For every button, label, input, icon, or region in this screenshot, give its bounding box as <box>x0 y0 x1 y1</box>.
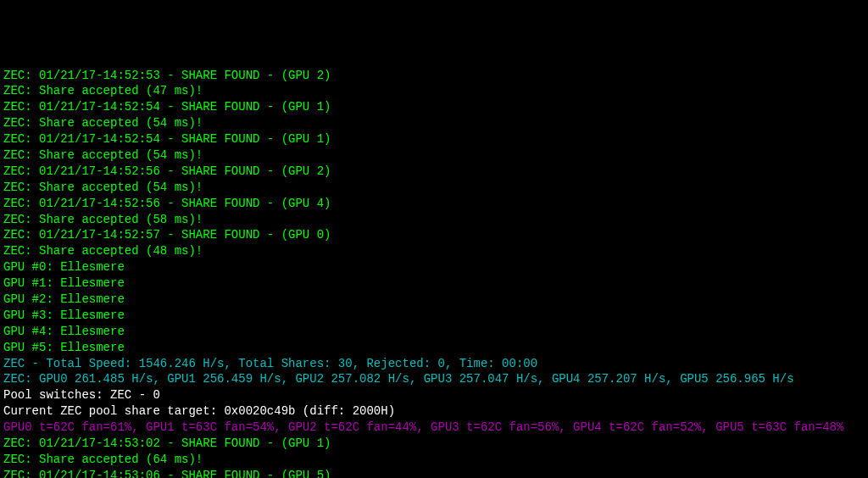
gpu-name-line: GPU #2: Ellesmere <box>3 292 865 308</box>
share-found-line: ZEC: 01/21/17-14:52:56 - SHARE FOUND - (… <box>3 196 865 212</box>
share-found-line: ZEC: 01/21/17-14:52:56 - SHARE FOUND - (… <box>3 164 865 180</box>
pool-switches-line: Pool switches: ZEC - 0 <box>3 387 865 403</box>
share-found-line: ZEC: 01/21/17-14:52:53 - SHARE FOUND - (… <box>3 68 865 84</box>
share-accepted-line: ZEC: Share accepted (54 ms)! <box>3 180 865 196</box>
gpu-name-line: GPU #5: Ellesmere <box>3 340 865 356</box>
gpu-name-line: GPU #4: Ellesmere <box>3 324 865 340</box>
share-accepted-line: ZEC: Share accepted (48 ms)! <box>3 243 865 259</box>
share-found-line: ZEC: 01/21/17-14:53:02 - SHARE FOUND - (… <box>3 436 865 452</box>
totals-line: ZEC - Total Speed: 1546.246 H/s, Total S… <box>3 356 865 372</box>
temps-line: GPU0 t=62C fan=61%, GPU1 t=63C fan=54%, … <box>3 420 865 436</box>
share-found-line: ZEC: 01/21/17-14:52:57 - SHARE FOUND - (… <box>3 227 865 243</box>
pool-target-line: Current ZEC pool share target: 0x0020c49… <box>3 403 865 420</box>
share-found-line: ZEC: 01/21/17-14:52:54 - SHARE FOUND - (… <box>3 131 865 147</box>
share-accepted-line: ZEC: Share accepted (58 ms)! <box>3 212 865 228</box>
share-found-line: ZEC: 01/21/17-14:53:06 - SHARE FOUND - (… <box>3 468 865 478</box>
terminal-output: ZEC: 01/21/17-14:52:53 - SHARE FOUND - (… <box>3 68 865 478</box>
hashrates-line: ZEC: GPU0 261.485 H/s, GPU1 256.459 H/s,… <box>3 371 865 387</box>
share-accepted-line: ZEC: Share accepted (64 ms)! <box>3 452 865 468</box>
gpu-name-line: GPU #1: Ellesmere <box>3 275 865 292</box>
share-found-line: ZEC: 01/21/17-14:52:54 - SHARE FOUND - (… <box>3 99 865 115</box>
gpu-name-line: GPU #3: Ellesmere <box>3 308 865 324</box>
share-accepted-line: ZEC: Share accepted (54 ms)! <box>3 115 865 131</box>
share-accepted-line: ZEC: Share accepted (47 ms)! <box>3 83 865 99</box>
share-accepted-line: ZEC: Share accepted (54 ms)! <box>3 147 865 164</box>
gpu-name-line: GPU #0: Ellesmere <box>3 259 865 275</box>
